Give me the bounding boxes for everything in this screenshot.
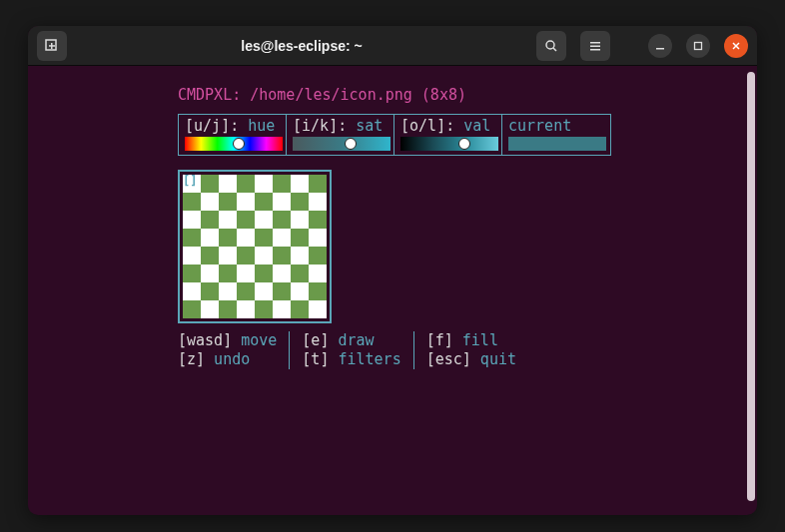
- search-button[interactable]: [536, 31, 566, 61]
- pixel-cell[interactable]: [291, 247, 309, 265]
- help-line: [z] undo: [178, 350, 277, 369]
- pixel-cell[interactable]: [291, 229, 309, 247]
- pixel-cell[interactable]: [183, 247, 201, 265]
- pixel-cell[interactable]: [183, 193, 201, 211]
- pixel-cell[interactable]: [255, 229, 273, 247]
- pixel-cell[interactable]: [309, 211, 327, 229]
- pixel-cell[interactable]: [183, 300, 201, 318]
- help-column: [wasd] move[z] undo: [178, 331, 290, 369]
- filepath: /home/les/icon.png: [250, 86, 412, 104]
- pixel-cell[interactable]: [255, 300, 273, 318]
- pixel-cell[interactable]: [237, 211, 255, 229]
- pixel-cell[interactable]: [219, 229, 237, 247]
- pixel-canvas[interactable]: []: [183, 175, 327, 318]
- pixel-cell[interactable]: [273, 282, 291, 300]
- svg-line-4: [553, 48, 556, 51]
- pixel-cell[interactable]: [183, 265, 201, 282]
- pixel-cell[interactable]: [201, 282, 219, 300]
- titlebar: les@les-eclipse: ~: [28, 26, 757, 66]
- pixel-cell[interactable]: [201, 247, 219, 265]
- pixel-cell[interactable]: [237, 175, 255, 193]
- pixel-cell[interactable]: [237, 229, 255, 247]
- pixel-cell[interactable]: [255, 175, 273, 193]
- svg-rect-6: [590, 45, 600, 47]
- minimize-button[interactable]: [648, 34, 672, 58]
- maximize-button[interactable]: [686, 34, 710, 58]
- pixel-cell[interactable]: [219, 300, 237, 318]
- terminal-body[interactable]: CMDPXL: /home/les/icon.png (8x8) [u/j]: …: [28, 66, 757, 515]
- pixel-cell[interactable]: [291, 211, 309, 229]
- pixel-cell[interactable]: [291, 193, 309, 211]
- dimensions: (8x8): [421, 86, 466, 104]
- pixel-cell[interactable]: [255, 247, 273, 265]
- pixel-cell[interactable]: [201, 211, 219, 229]
- pixel-cell[interactable]: [219, 282, 237, 300]
- pixel-cell[interactable]: [201, 193, 219, 211]
- pixel-cell[interactable]: [309, 247, 327, 265]
- pixel-cell[interactable]: [201, 300, 219, 318]
- pixel-cell[interactable]: [273, 175, 291, 193]
- pixel-cell[interactable]: [201, 229, 219, 247]
- pixel-cell[interactable]: [309, 300, 327, 318]
- pixel-cell[interactable]: [273, 193, 291, 211]
- pixel-cell[interactable]: [291, 300, 309, 318]
- help-line: [f] fill: [426, 331, 516, 350]
- pixel-cell[interactable]: [255, 265, 273, 282]
- pixel-cell[interactable]: [219, 265, 237, 282]
- pixel-cell[interactable]: [237, 247, 255, 265]
- current-color: current: [502, 115, 610, 155]
- pixel-cell[interactable]: [309, 265, 327, 282]
- new-tab-button[interactable]: [37, 31, 67, 61]
- pixel-cell[interactable]: [255, 282, 273, 300]
- pixel-cell[interactable]: [309, 282, 327, 300]
- svg-rect-8: [656, 48, 664, 50]
- svg-rect-2: [49, 45, 55, 47]
- pixel-cell[interactable]: [273, 229, 291, 247]
- close-button[interactable]: [724, 34, 748, 58]
- pixel-cell[interactable]: [309, 175, 327, 193]
- pixel-cell[interactable]: [219, 211, 237, 229]
- val-marker[interactable]: [458, 138, 470, 150]
- pixel-cell[interactable]: [237, 300, 255, 318]
- pixel-cell[interactable]: [183, 229, 201, 247]
- scrollbar[interactable]: [747, 72, 755, 501]
- pixel-cell[interactable]: [255, 193, 273, 211]
- pixel-cell[interactable]: [273, 300, 291, 318]
- menu-button[interactable]: [580, 31, 610, 61]
- pixel-cell[interactable]: [219, 247, 237, 265]
- pixel-cell[interactable]: [201, 265, 219, 282]
- pixel-cell[interactable]: [183, 282, 201, 300]
- sat-marker[interactable]: [345, 138, 357, 150]
- help-line: [wasd] move: [178, 331, 277, 350]
- current-swatch: [508, 137, 606, 151]
- color-controls: [u/j]: hue [i/k]: sat [o/l]: val: [178, 114, 611, 156]
- hue-slider[interactable]: [185, 137, 283, 151]
- pixel-cell[interactable]: [309, 193, 327, 211]
- pixel-cell[interactable]: [309, 229, 327, 247]
- svg-point-3: [546, 41, 554, 49]
- pixel-cell[interactable]: [201, 175, 219, 193]
- help-line: [e] draw: [302, 331, 400, 350]
- val-control: [o/l]: val: [394, 115, 502, 155]
- pixel-cell[interactable]: []: [183, 175, 201, 193]
- hue-marker[interactable]: [233, 138, 245, 150]
- window-title: les@les-eclipse: ~: [70, 38, 533, 54]
- svg-rect-7: [590, 49, 600, 51]
- pixel-cell[interactable]: [219, 193, 237, 211]
- pixel-cell[interactable]: [183, 211, 201, 229]
- pixel-cell[interactable]: [237, 265, 255, 282]
- svg-rect-9: [695, 42, 702, 49]
- pixel-cell[interactable]: [291, 282, 309, 300]
- sat-slider[interactable]: [293, 137, 391, 151]
- pixel-cell[interactable]: [237, 193, 255, 211]
- pixel-cell[interactable]: [273, 265, 291, 282]
- terminal-window: les@les-eclipse: ~ CMDPXL: /home/le: [28, 26, 757, 515]
- pixel-cell[interactable]: [219, 175, 237, 193]
- pixel-cell[interactable]: [291, 265, 309, 282]
- pixel-cell[interactable]: [237, 282, 255, 300]
- pixel-cell[interactable]: [255, 211, 273, 229]
- val-slider[interactable]: [400, 137, 498, 151]
- pixel-cell[interactable]: [273, 211, 291, 229]
- pixel-cell[interactable]: [273, 247, 291, 265]
- pixel-cell[interactable]: [291, 175, 309, 193]
